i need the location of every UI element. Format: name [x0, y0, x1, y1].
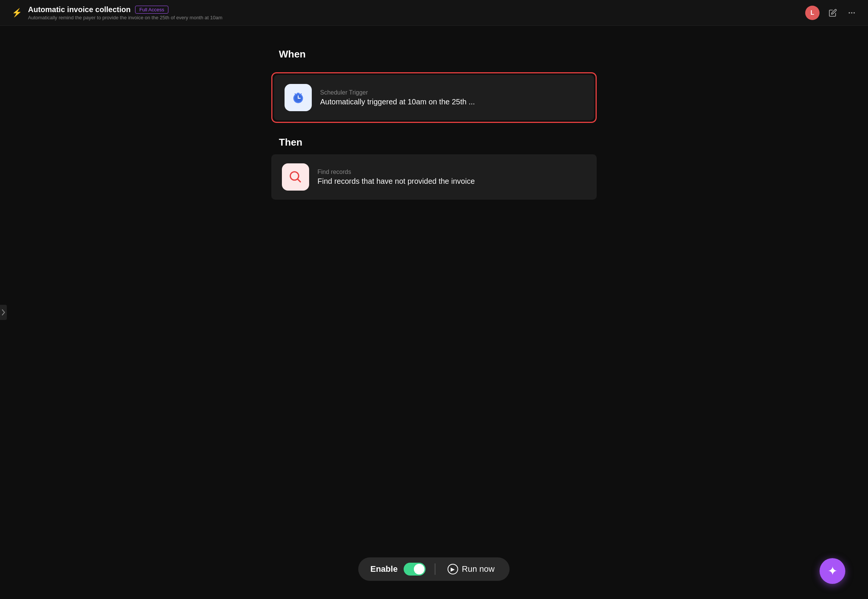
edit-button[interactable] [827, 7, 838, 19]
more-options-icon [848, 9, 856, 17]
header-left: ⚡ Automatic invoice collection Full Acce… [11, 5, 222, 20]
header-subtitle: Automatically remind the payer to provid… [28, 15, 222, 20]
trigger-icon-box [285, 84, 312, 111]
header-right: L [805, 6, 857, 20]
scheduler-icon [290, 89, 306, 106]
action-card-text: Find records Find records that have not … [317, 169, 475, 186]
trigger-card-wrapper[interactable]: Scheduler Trigger Automatically triggere… [271, 72, 597, 123]
trigger-label: Scheduler Trigger [320, 89, 475, 96]
avatar[interactable]: L [805, 6, 820, 20]
run-now-icon: ▶ [447, 564, 458, 574]
svg-rect-9 [297, 93, 299, 94]
when-label: When [279, 48, 597, 60]
enable-label: Enable [370, 564, 398, 574]
header: ⚡ Automatic invoice collection Full Acce… [0, 0, 868, 26]
app-icon: ⚡ [11, 7, 23, 19]
fab-icon: ✦ [828, 564, 838, 578]
svg-point-2 [854, 12, 855, 14]
sidebar-toggle-icon [2, 309, 5, 316]
full-access-badge: Full Access [135, 6, 168, 14]
page-title: Automatic invoice collection [28, 5, 131, 14]
trigger-card[interactable]: Scheduler Trigger Automatically triggere… [274, 75, 594, 120]
action-label: Find records [317, 169, 475, 175]
run-now-button[interactable]: ▶ Run now [444, 564, 498, 574]
trigger-card-text: Scheduler Trigger Automatically triggere… [320, 89, 475, 106]
workflow-container: When [264, 48, 604, 200]
svg-point-0 [849, 12, 850, 14]
then-section: Then Find records Find records that have… [271, 137, 597, 200]
header-title-group: Automatic invoice collection Full Access… [28, 5, 222, 20]
trigger-description: Automatically triggered at 10am on the 2… [320, 98, 475, 106]
toggle-knob [414, 564, 425, 574]
fab-button[interactable]: ✦ [820, 558, 845, 584]
more-options-button[interactable] [846, 7, 857, 19]
svg-point-1 [851, 12, 852, 14]
sidebar-toggle[interactable] [0, 305, 7, 320]
then-label: Then [279, 137, 597, 148]
main-content: When [0, 26, 868, 599]
run-now-label: Run now [462, 564, 495, 574]
edit-icon [829, 9, 837, 17]
header-title-row: Automatic invoice collection Full Access [28, 5, 222, 14]
action-icon-box [282, 163, 309, 191]
enable-section: Enable [370, 563, 426, 576]
action-description: Find records that have not provided the … [317, 177, 475, 186]
bottom-bar-divider [435, 563, 436, 575]
enable-toggle[interactable] [404, 563, 426, 576]
action-card[interactable]: Find records Find records that have not … [271, 154, 597, 200]
bottom-bar: Enable ▶ Run now [358, 557, 510, 581]
svg-line-14 [298, 179, 300, 182]
find-records-icon [287, 169, 304, 185]
